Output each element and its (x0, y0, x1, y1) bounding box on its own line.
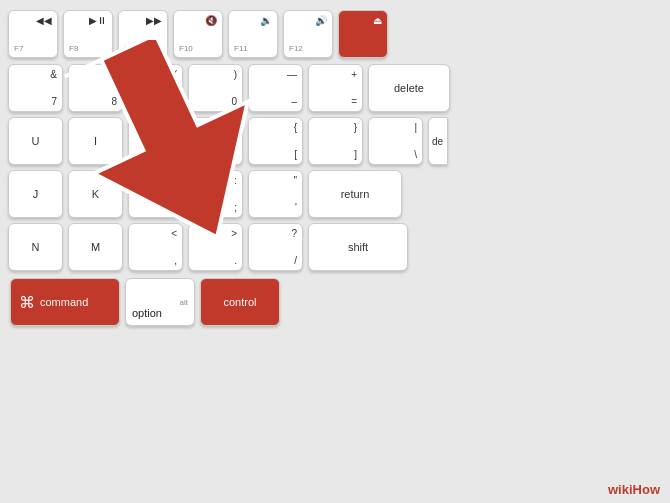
key-comma[interactable]: < , (128, 223, 183, 271)
key-k[interactable]: K (68, 170, 123, 218)
key-9[interactable]: ( 9 (128, 64, 183, 112)
wiki-prefix: wiki (608, 482, 633, 497)
key-n-overlay[interactable]: N (128, 117, 183, 165)
modifier-row: ⌘ command alt option control (8, 278, 662, 326)
key-equals[interactable]: + = (308, 64, 363, 112)
key-f7[interactable]: ◀◀ F7 (8, 10, 58, 58)
key-u[interactable]: U (8, 117, 63, 165)
key-f12[interactable]: 🔊 F12 (283, 10, 333, 58)
key-n[interactable]: N (8, 223, 63, 271)
key-8[interactable]: * 8 (68, 64, 123, 112)
option-label: option (132, 307, 162, 319)
key-period[interactable]: > . (188, 223, 243, 271)
key-backslash[interactable]: | \ (368, 117, 423, 165)
number-row: & 7 * 8 ( 9 ) 0 — – + = delete (8, 64, 662, 112)
key-i[interactable]: I (68, 117, 123, 165)
bottom-letter-row: N M < , > . ? / shift (8, 223, 662, 271)
key-f10[interactable]: 🔇 F10 (173, 10, 223, 58)
key-l[interactable]: L (128, 170, 183, 218)
uiop-row: U I N P { [ } ] | \ de (8, 117, 662, 165)
key-7[interactable]: & 7 (8, 64, 63, 112)
home-row: J K L : ; " ' return (8, 170, 662, 218)
key-f8[interactable]: ▶⏸ F8 (63, 10, 113, 58)
keyboard-background: ◀◀ F7 ▶⏸ F8 ▶▶ F9 🔇 F10 🔉 F11 🔊 F12 (0, 0, 670, 503)
command-label: command (40, 296, 88, 308)
fn-row: ◀◀ F7 ▶⏸ F8 ▶▶ F9 🔇 F10 🔉 F11 🔊 F12 (8, 10, 662, 58)
key-f9[interactable]: ▶▶ F9 (118, 10, 168, 58)
key-bracket-open[interactable]: { [ (248, 117, 303, 165)
alt-label: alt (180, 298, 188, 307)
key-command[interactable]: ⌘ command (10, 278, 120, 326)
key-j[interactable]: J (8, 170, 63, 218)
key-bracket-close[interactable]: } ] (308, 117, 363, 165)
wikihow-badge: wikiHow (608, 482, 660, 497)
key-m[interactable]: M (68, 223, 123, 271)
control-label: control (223, 296, 256, 308)
key-shift-right[interactable]: shift (308, 223, 408, 271)
wiki-brand: How (633, 482, 660, 497)
key-semicolon[interactable]: : ; (188, 170, 243, 218)
key-0[interactable]: ) 0 (188, 64, 243, 112)
key-option[interactable]: alt option (125, 278, 195, 326)
key-return[interactable]: return (308, 170, 402, 218)
key-minus[interactable]: — – (248, 64, 303, 112)
key-f11[interactable]: 🔉 F11 (228, 10, 278, 58)
key-p[interactable]: P (188, 117, 243, 165)
key-control[interactable]: control (200, 278, 280, 326)
key-quote[interactable]: " ' (248, 170, 303, 218)
key-slash[interactable]: ? / (248, 223, 303, 271)
key-partial-de: de (428, 117, 448, 165)
key-delete[interactable]: delete (368, 64, 450, 112)
key-eject[interactable]: ⏏ (338, 10, 388, 58)
